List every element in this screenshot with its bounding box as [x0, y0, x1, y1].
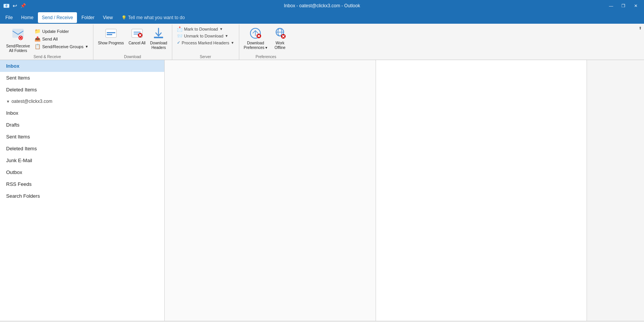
undo-button[interactable]: ↩	[13, 3, 17, 9]
sidebar: Inbox Sent Items Deleted Items ▼ oatest@…	[0, 60, 165, 321]
title-bar-controls: — ❐ ✕	[606, 2, 641, 10]
sidebar-item-deleted-items[interactable]: Deleted Items	[0, 143, 164, 154]
ribbon-group-download: Show Progress Cancel All	[93, 24, 172, 60]
download-headers-button[interactable]: DownloadHeaders	[149, 26, 168, 51]
send-all-icon: 📤	[34, 36, 41, 42]
download-headers-icon	[152, 27, 165, 41]
sidebar-item-outbox[interactable]: Outbox	[0, 166, 164, 178]
minimize-button[interactable]: —	[606, 2, 616, 10]
unmark-to-download-label: Unmark to Download	[184, 34, 224, 38]
cancel-all-label: Cancel All	[129, 41, 145, 46]
sidebar-item-junk-email[interactable]: Junk E-Mail	[0, 154, 164, 166]
mark-to-download-button[interactable]: 📩 Mark to Download ▼	[175, 26, 236, 32]
account-email-label: oatest@clickx3.com	[11, 99, 52, 104]
checkmark-icon: ✓	[177, 40, 180, 45]
cancel-all-icon	[131, 27, 144, 41]
dropdown-arrow-icon: ▼	[85, 45, 88, 49]
ribbon-group-preferences-label: Preferences	[242, 55, 290, 59]
mark-download-icon: 📩	[177, 26, 183, 32]
send-receive-groups-label: Send/Receive Groups	[42, 44, 83, 49]
sidebar-item-sent-items-top[interactable]: Sent Items	[0, 72, 164, 84]
svg-rect-7	[154, 37, 163, 38]
email-list-panel	[165, 60, 376, 321]
svg-rect-3	[107, 32, 115, 33]
tell-me-label: Tell me what you want to do	[128, 15, 185, 20]
ribbon-group-send-receive: Send/ReceiveAll Folders 📁 Update Folder …	[2, 24, 93, 60]
ribbon-group-send-receive-content: Send/ReceiveAll Folders 📁 Update Folder …	[5, 26, 90, 54]
work-offline-icon	[273, 27, 286, 41]
update-folder-button[interactable]: 📁 Update Folder	[33, 28, 90, 35]
sidebar-item-drafts[interactable]: Drafts	[0, 119, 164, 131]
close-button[interactable]: ✕	[630, 2, 641, 10]
show-progress-label: Show Progress	[98, 41, 124, 46]
ribbon-group-server: 📩 Mark to Download ▼ 📨 Unmark to Downloa…	[172, 24, 239, 60]
show-progress-icon	[105, 27, 118, 41]
title-bar: 📧 ↩ 📌 Inbox - oatest@clickx3.com - Outlo…	[0, 0, 644, 11]
mark-download-arrow: ▼	[219, 27, 223, 31]
svg-rect-4	[107, 34, 112, 35]
server-items-col: 📩 Mark to Download ▼ 📨 Unmark to Downloa…	[175, 26, 236, 46]
send-receive-groups-button[interactable]: 📋 Send/Receive Groups ▼	[33, 43, 90, 50]
unmark-download-arrow: ▼	[225, 34, 228, 38]
download-headers-label: DownloadHeaders	[150, 41, 167, 50]
window-title: Inbox - oatest@clickx3.com - Outlook	[284, 3, 360, 8]
pin-button[interactable]: 📌	[20, 3, 26, 8]
restore-button[interactable]: ❐	[618, 2, 629, 10]
ribbon-group-download-label: Download	[96, 55, 169, 59]
update-folder-icon: 📁	[34, 28, 41, 34]
update-folder-label: Update Folder	[42, 29, 69, 34]
sidebar-item-search-folders[interactable]: Search Folders	[0, 190, 164, 202]
send-all-label: Send All	[42, 37, 57, 41]
ribbon-group-preferences-content: DownloadPreferences ▾ WorkOffline	[242, 26, 290, 54]
ribbon-group-download-content: Show Progress Cancel All	[96, 26, 169, 54]
sidebar-item-sent-items[interactable]: Sent Items	[0, 131, 164, 143]
send-receive-groups-icon: 📋	[34, 44, 41, 49]
menu-bar: File Home Send / Receive Folder View 💡 T…	[0, 11, 644, 24]
process-marked-arrow: ▼	[231, 41, 234, 45]
send-receive-small-btns: 📁 Update Folder 📤 Send All 📋 Send/Receiv…	[33, 26, 90, 50]
menu-send-receive[interactable]: Send / Receive	[38, 12, 77, 23]
menu-home[interactable]: Home	[17, 12, 37, 23]
ribbon-collapse-button[interactable]: ⬆	[638, 25, 642, 31]
menu-file[interactable]: File	[2, 12, 16, 23]
menu-folder[interactable]: Folder	[78, 12, 98, 23]
work-offline-label: WorkOffline	[275, 41, 286, 50]
ribbon: Send/ReceiveAll Folders 📁 Update Folder …	[0, 24, 644, 60]
cancel-all-button[interactable]: Cancel All	[127, 26, 147, 46]
unmark-to-download-button[interactable]: 📨 Unmark to Download ▼	[175, 33, 236, 39]
ribbon-group-preferences: DownloadPreferences ▾ WorkOffline Prefer…	[239, 24, 293, 60]
mark-to-download-label: Mark to Download	[184, 27, 218, 31]
menu-view[interactable]: View	[99, 12, 117, 23]
ribbon-group-server-content: 📩 Mark to Download ▼ 📨 Unmark to Downloa…	[175, 26, 236, 54]
collapse-icon: ▼	[6, 99, 10, 104]
send-all-button[interactable]: 📤 Send All	[33, 35, 90, 42]
show-progress-button[interactable]: Show Progress	[96, 26, 126, 46]
ribbon-group-server-label: Server	[175, 55, 236, 59]
process-marked-label: Process Marked Headers	[182, 41, 229, 45]
sidebar-item-deleted-items-top[interactable]: Deleted Items	[0, 84, 164, 96]
download-preferences-button[interactable]: DownloadPreferences ▾	[242, 26, 269, 51]
title-bar-left: 📧 ↩ 📌	[3, 3, 26, 9]
process-marked-headers-button[interactable]: ✓ Process Marked Headers ▼	[175, 40, 236, 46]
sidebar-item-rss-feeds[interactable]: RSS Feeds	[0, 178, 164, 190]
sidebar-item-inbox-top[interactable]: Inbox	[0, 60, 164, 72]
work-offline-button[interactable]: WorkOffline	[270, 26, 289, 51]
right-panel	[587, 60, 644, 321]
send-receive-icon	[11, 27, 25, 43]
send-receive-all-folders-button[interactable]: Send/ReceiveAll Folders	[5, 26, 31, 54]
download-preferences-label: DownloadPreferences ▾	[244, 41, 268, 50]
main-content: Inbox Sent Items Deleted Items ▼ oatest@…	[0, 60, 644, 321]
sidebar-account-header[interactable]: ▼ oatest@clickx3.com	[0, 96, 164, 107]
tell-me-input[interactable]: 💡 Tell me what you want to do	[118, 13, 189, 22]
send-receive-all-label: Send/ReceiveAll Folders	[6, 44, 30, 53]
lightbulb-icon: 💡	[121, 15, 127, 20]
sidebar-item-inbox[interactable]: Inbox	[0, 107, 164, 119]
unmark-download-icon: 📨	[177, 33, 183, 39]
ribbon-group-send-receive-label: Send & Receive	[5, 55, 90, 59]
download-preferences-icon	[249, 27, 262, 41]
app-icon: 📧	[3, 3, 10, 9]
email-preview-panel	[376, 60, 587, 321]
